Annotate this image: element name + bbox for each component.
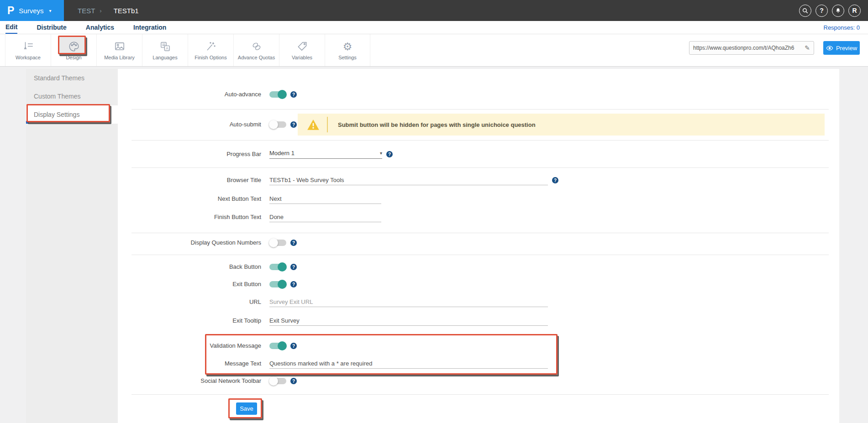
user-avatar[interactable]: R [848,5,861,17]
field-label: Display Question Numbers [26,237,261,249]
auto-submit-warning-banner: Submit button will be hidden for pages w… [298,114,825,136]
tab-integration[interactable]: Integration [133,21,166,34]
help-icon[interactable] [290,264,297,270]
help-icon[interactable] [290,240,297,246]
warning-separator [327,117,328,132]
tab-distribute[interactable]: Distribute [37,21,66,34]
exit-tooltip-row: Exit Tooltip [26,315,839,327]
exit-url-input[interactable] [269,297,548,307]
divider [132,167,829,168]
display-settings-panel: Standard Themes Custom Themes Display Se… [26,69,839,423]
back-button-row: Back Button [26,261,839,273]
toolbar-item-languages[interactable]: A Languages [142,34,188,66]
toolbar-item-label: Design [66,55,81,60]
toolbar-item-label: Settings [338,55,357,60]
design-palette-icon [68,40,80,52]
divider [132,394,829,395]
workspace-icon [22,40,34,52]
finish-button-text-input[interactable] [269,212,381,222]
auto-advance-toggle[interactable] [269,91,286,98]
display-question-numbers-row: Display Question Numbers [26,237,839,249]
field-label: Next Button Text [26,193,261,205]
preview-button-label: Preview [836,45,857,52]
questionpro-logo-icon: P [7,5,14,16]
auto-advance-row: Auto-advance [26,89,839,100]
help-icon[interactable] [290,121,297,128]
edit-url-pencil-icon[interactable]: ✎ [805,44,810,52]
next-button-text-input[interactable] [269,194,381,204]
help-icon[interactable] [552,177,558,183]
exit-button-row: Exit Button [26,278,839,290]
toolbar-item-variables[interactable]: Variables [279,34,325,66]
browser-title-row: Browser Title [26,174,839,186]
media-library-icon [114,40,126,52]
social-network-toolbar-row: Social Network Toolbar [26,375,839,387]
tab-analytics[interactable]: Analytics [86,21,114,34]
divider [132,140,829,141]
help-icon[interactable] [290,343,297,349]
tab-edit[interactable]: Edit [5,21,17,34]
message-text-input[interactable] [269,359,548,369]
languages-icon: A [159,40,171,52]
chevron-down-icon [380,151,382,156]
message-text-row: Message Text [26,358,839,370]
back-button-toggle[interactable] [269,264,286,270]
field-label: Browser Title [26,174,261,186]
toolbar-item-settings[interactable]: ⚙ Settings [325,34,370,66]
field-label: URL [26,296,261,308]
toolbar-item-label: Variables [292,55,312,60]
display-settings-form: Auto-advance Auto-submit [26,69,839,423]
help-icon[interactable]: ? [815,5,828,17]
notifications-bell-icon[interactable] [832,5,844,17]
exit-button-toggle[interactable] [269,281,286,287]
progress-bar-select[interactable]: Modern 1 [269,150,382,159]
toolbar-item-media-library[interactable]: Media Library [96,34,142,66]
divider [132,233,829,233]
top-header-bar: P Surveys ▾ TEST › TESTb1 ? R [0,0,868,21]
help-icon[interactable] [386,151,393,157]
progress-bar-row: Progress Bar Modern 1 [26,148,839,160]
search-icon[interactable] [799,5,811,17]
validation-message-row: Validation Message [26,340,839,352]
exit-tooltip-input[interactable] [269,316,548,326]
help-icon[interactable] [290,378,297,384]
warning-text: Submit button will be hidden for pages w… [338,121,536,128]
survey-url-box: ✎ [689,41,814,55]
responses-count-link[interactable]: Responses: 0 [824,24,860,31]
toolbar-item-finish-options[interactable]: Finish Options [188,34,233,66]
field-label: Finish Button Text [26,211,261,223]
display-question-numbers-toggle[interactable] [269,240,286,246]
field-label: Validation Message [26,340,261,352]
survey-url-input[interactable] [693,45,803,51]
toolbar-item-advance-quotas[interactable]: Advance Quotas [233,34,279,66]
variables-tag-icon [296,40,308,52]
field-label: Back Button [26,261,261,273]
warning-triangle-icon [307,119,320,131]
toolbar-item-label: Workspace [16,55,41,60]
surveys-menu-label: Surveys [19,7,43,15]
svg-text:A: A [165,46,168,50]
field-label: Progress Bar [26,148,261,160]
toolbar-item-label: Media Library [104,55,135,60]
help-icon[interactable] [290,281,297,287]
save-button[interactable]: Save [236,402,257,415]
divider [132,255,829,255]
finish-button-text-row: Finish Button Text [26,211,839,223]
survey-nav-tabs: Edit Distribute Analytics Integration Re… [0,21,868,34]
preview-button[interactable]: Preview [823,41,860,55]
toolbar-item-workspace[interactable]: Workspace [5,34,51,66]
field-label: Exit Button [26,278,261,290]
chevron-down-icon: ▾ [49,8,52,13]
help-icon[interactable] [290,91,297,98]
exit-url-row: URL [26,296,839,308]
auto-submit-toggle[interactable] [269,121,286,128]
validation-message-toggle[interactable] [269,343,286,349]
browser-title-input[interactable] [269,175,548,185]
breadcrumb-folder[interactable]: TEST [78,7,95,15]
field-label: Exit Tooltip [26,315,261,327]
toolbar-item-design[interactable]: Design [51,34,96,66]
social-network-toolbar-toggle[interactable] [269,378,286,384]
surveys-menu[interactable]: P Surveys ▾ [0,0,64,21]
advance-quotas-links-icon [251,40,263,52]
field-label: Auto-submit [26,119,261,131]
